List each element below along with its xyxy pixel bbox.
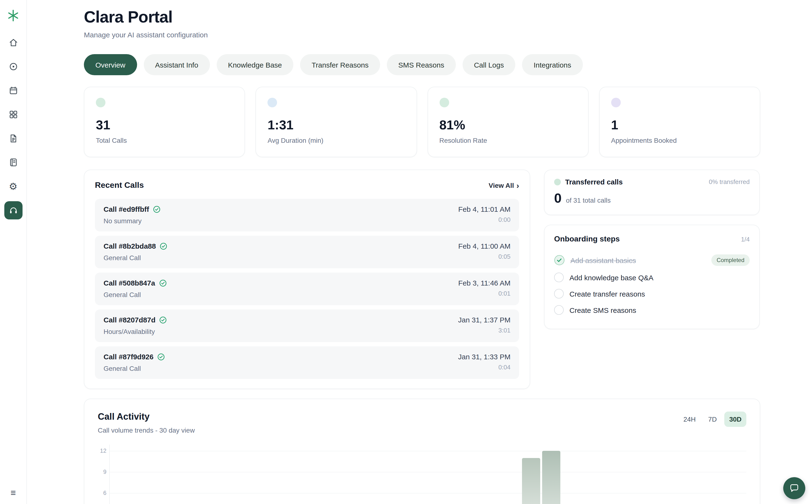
chat-bubble-icon <box>789 483 800 493</box>
call-id: Call #87f9d926 <box>103 353 153 361</box>
onboarding-step-sms[interactable]: Create SMS reasons <box>554 302 750 318</box>
step-empty-circle-icon <box>554 273 564 282</box>
step-label: Add assistant basics <box>571 256 636 264</box>
broadcast-icon <box>8 62 18 71</box>
step-empty-circle-icon <box>554 289 564 298</box>
range-7d-button[interactable]: 7D <box>703 412 722 427</box>
transferred-caption: of 31 total calls <box>566 196 611 204</box>
call-id: Call #8207d87d <box>103 316 155 324</box>
call-row[interactable]: Call #8207d87d Hours/Availability Jan 31… <box>95 309 519 342</box>
stat-label: Resolution Rate <box>439 137 577 144</box>
stat-card-resolution-rate: 81% Resolution Rate <box>427 87 589 157</box>
call-row[interactable]: Call #ed9ffbff No summary Feb 4, 11:01 A… <box>95 199 519 231</box>
notebook-icon <box>8 158 18 167</box>
call-summary: General Call <box>103 291 167 298</box>
stat-value: 31 <box>96 118 233 133</box>
stat-label: Avg Duration (min) <box>268 137 405 144</box>
stat-card-avg-duration: 1:31 Avg Duration (min) <box>256 87 417 157</box>
tab-knowledge-base[interactable]: Knowledge Base <box>216 54 293 75</box>
call-id: Call #ed9ffbff <box>103 205 149 213</box>
stat-value: 81% <box>439 118 577 133</box>
stat-value: 1:31 <box>268 118 405 133</box>
step-label: Create transfer reasons <box>570 290 645 298</box>
onboarding-step-basics[interactable]: Add assistant basics Completed <box>554 251 750 269</box>
call-row[interactable]: Call #8b2bda88 General Call Feb 4, 11:00… <box>95 236 519 268</box>
sidebar-item-dashboard[interactable] <box>4 105 22 124</box>
onboarding-step-transfer[interactable]: Create transfer reasons <box>554 286 750 302</box>
document-icon <box>8 134 18 143</box>
stat-dot-icon <box>439 98 449 107</box>
transferred-title: Transferred calls <box>565 178 623 186</box>
call-date: Jan 31, 1:37 PM <box>458 316 511 324</box>
chart-bar <box>542 451 560 504</box>
home-icon <box>8 38 18 47</box>
step-label: Create SMS reasons <box>570 306 636 314</box>
tab-sms-reasons[interactable]: SMS Reasons <box>387 54 456 75</box>
tab-overview[interactable]: Overview <box>84 54 137 75</box>
time-range-selector: 24H 7D 30D <box>679 412 746 427</box>
tab-assistant-info[interactable]: Assistant Info <box>144 54 210 75</box>
stat-card-appointments: 1 Appointments Booked <box>599 87 760 157</box>
gridline <box>110 472 746 472</box>
transferred-calls-card: Transferred calls 0% transferred 0 of 31… <box>544 170 760 215</box>
starburst-logo-icon <box>7 9 20 22</box>
call-date: Feb 4, 11:00 AM <box>458 242 511 250</box>
tab-bar: Overview Assistant Info Knowledge Base T… <box>84 54 760 75</box>
y-tick-label: 12 <box>100 447 106 455</box>
onboarding-card: Onboarding steps 1/4 Add assistant basic… <box>544 225 760 329</box>
call-row[interactable]: Call #508b847a General Call Feb 3, 11:46… <box>95 273 519 305</box>
call-duration: 0:01 <box>458 290 511 297</box>
tab-transfer-reasons[interactable]: Transfer Reasons <box>300 54 380 75</box>
call-date: Jan 31, 1:33 PM <box>458 353 511 361</box>
y-tick-label: 6 <box>103 489 106 497</box>
check-circle-icon <box>160 242 167 250</box>
range-24h-button[interactable]: 24H <box>679 412 700 427</box>
chat-fab-button[interactable] <box>783 477 805 499</box>
transferred-value: 0 <box>554 191 562 206</box>
page-title: Clara Portal <box>84 8 760 26</box>
check-circle-icon <box>159 279 167 287</box>
tab-call-logs[interactable]: Call Logs <box>462 54 515 75</box>
menu-toggle[interactable]: ≡ <box>11 488 16 497</box>
transferred-percent: 0% transferred <box>709 178 750 185</box>
call-summary: No summary <box>103 217 161 225</box>
stat-dot-icon <box>611 98 621 107</box>
y-tick-label: 9 <box>103 468 106 476</box>
onboarding-step-knowledge[interactable]: Add knowledge base Q&A <box>554 269 750 286</box>
recent-calls-header: Recent Calls View All › <box>95 181 519 190</box>
sidebar-item-document[interactable] <box>4 129 22 148</box>
main-content: Clara Portal Manage your AI assistant co… <box>27 0 812 504</box>
step-empty-circle-icon <box>554 305 564 315</box>
stat-dot-icon <box>96 98 105 107</box>
stat-card-total-calls: 31 Total Calls <box>84 87 245 157</box>
gridline <box>110 451 746 451</box>
dashboard-grid-icon <box>8 110 18 119</box>
gridline <box>110 493 746 493</box>
sidebar-item-calendar[interactable] <box>4 81 22 100</box>
call-duration: 0:00 <box>458 216 511 223</box>
call-duration: 3:01 <box>458 327 511 334</box>
sidebar-item-notebook[interactable] <box>4 153 22 172</box>
range-30d-button[interactable]: 30D <box>725 412 746 427</box>
stats-row: 31 Total Calls 1:31 Avg Duration (min) 8… <box>84 87 760 157</box>
headset-icon <box>8 206 18 215</box>
onboarding-progress: 1/4 <box>741 235 750 243</box>
tab-integrations[interactable]: Integrations <box>522 54 583 75</box>
call-activity-chart: 12 9 6 <box>98 445 746 504</box>
recent-calls-panel: Recent Calls View All › Call #ed9ffbff N… <box>84 170 530 389</box>
calendar-icon <box>8 86 18 95</box>
call-activity-subtitle: Call volume trends - 30 day view <box>98 426 195 434</box>
stat-label: Total Calls <box>96 137 233 144</box>
gear-icon: ⚙ <box>9 182 17 191</box>
sidebar-item-home[interactable] <box>4 34 22 52</box>
call-summary: General Call <box>103 365 165 372</box>
call-summary: Hours/Availability <box>103 328 167 335</box>
sidebar-item-broadcast[interactable] <box>4 57 22 76</box>
sidebar-item-settings[interactable]: ⚙ <box>4 177 22 195</box>
chart-plot-area <box>109 445 746 504</box>
stat-dot-icon <box>268 98 277 107</box>
view-all-link[interactable]: View All › <box>489 181 519 189</box>
sidebar: ⚙ ≡ <box>0 0 27 504</box>
call-row[interactable]: Call #87f9d926 General Call Jan 31, 1:33… <box>95 346 519 379</box>
sidebar-item-assistant-active[interactable] <box>4 201 22 219</box>
